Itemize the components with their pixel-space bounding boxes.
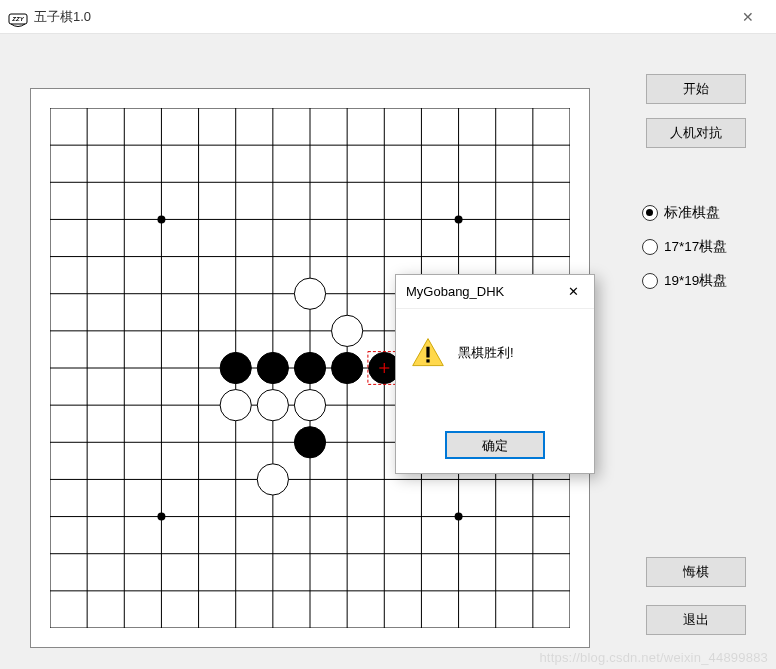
radio-label: 17*17棋盘 xyxy=(664,238,727,256)
app-icon: ZZY xyxy=(8,7,28,27)
svg-point-36 xyxy=(455,513,463,521)
white-stone xyxy=(294,278,325,309)
window-title: 五子棋1.0 xyxy=(34,8,728,26)
radio-dot[interactable] xyxy=(642,205,658,221)
dialog-close-button[interactable]: ✕ xyxy=(558,278,588,306)
black-stone xyxy=(257,352,288,383)
black-stone xyxy=(294,352,325,383)
board-size-radio[interactable]: 17*17棋盘 xyxy=(642,238,756,256)
dialog-titlebar[interactable]: MyGobang_DHK ✕ xyxy=(396,275,594,309)
white-stone xyxy=(332,315,363,346)
dialog-ok-button[interactable]: 确定 xyxy=(445,431,545,459)
svg-point-33 xyxy=(455,215,463,223)
result-dialog: MyGobang_DHK ✕ 黑棋胜利! 确定 xyxy=(395,274,595,474)
radio-dot[interactable] xyxy=(642,273,658,289)
black-stone xyxy=(294,427,325,458)
svg-text:ZZY: ZZY xyxy=(11,16,24,22)
radio-label: 19*19棋盘 xyxy=(664,272,727,290)
radio-label: 标准棋盘 xyxy=(664,204,720,222)
dialog-message: 黑棋胜利! xyxy=(458,344,514,362)
start-button[interactable]: 开始 xyxy=(646,74,746,104)
svg-rect-40 xyxy=(426,347,429,358)
svg-rect-41 xyxy=(426,359,429,362)
side-panel: 开始 人机对抗 标准棋盘17*17棋盘19*19棋盘 xyxy=(636,74,756,306)
bottom-buttons: 悔棋 退出 xyxy=(636,557,746,649)
white-stone xyxy=(257,390,288,421)
black-stone xyxy=(332,352,363,383)
white-stone xyxy=(294,390,325,421)
dialog-body: 黑棋胜利! xyxy=(396,309,594,379)
white-stone xyxy=(220,390,251,421)
svg-point-32 xyxy=(157,215,165,223)
board-size-radio[interactable]: 19*19棋盘 xyxy=(642,272,756,290)
black-stone xyxy=(220,352,251,383)
exit-button[interactable]: 退出 xyxy=(646,605,746,635)
undo-button[interactable]: 悔棋 xyxy=(646,557,746,587)
titlebar: ZZY 五子棋1.0 ✕ xyxy=(0,0,776,34)
dialog-title: MyGobang_DHK xyxy=(406,284,558,299)
ai-mode-button[interactable]: 人机对抗 xyxy=(646,118,746,148)
client-area: 开始 人机对抗 标准棋盘17*17棋盘19*19棋盘 悔棋 退出 MyGoban… xyxy=(0,34,776,669)
watermark: https://blog.csdn.net/weixin_44899883 xyxy=(539,650,768,665)
window-close-button[interactable]: ✕ xyxy=(728,1,768,33)
warning-icon xyxy=(410,335,446,371)
white-stone xyxy=(257,464,288,495)
board-size-radio[interactable]: 标准棋盘 xyxy=(642,204,756,222)
radio-dot[interactable] xyxy=(642,239,658,255)
dialog-footer: 确定 xyxy=(396,431,594,459)
svg-point-35 xyxy=(157,513,165,521)
board-size-radio-group: 标准棋盘17*17棋盘19*19棋盘 xyxy=(642,204,756,290)
